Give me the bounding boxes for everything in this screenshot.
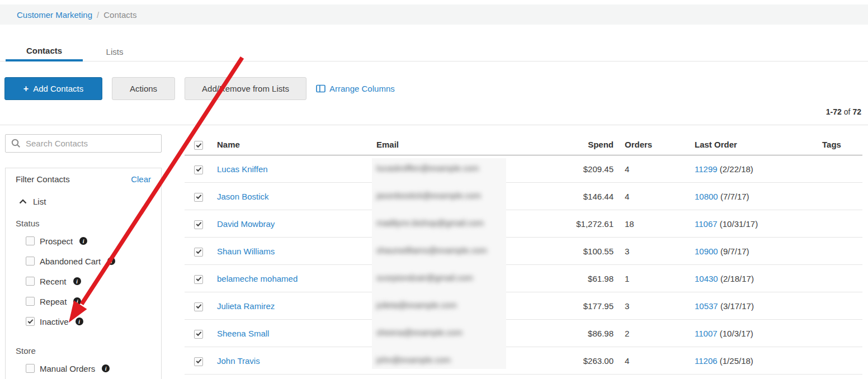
row-checkbox-cell xyxy=(185,355,211,366)
contact-name-link[interactable]: Julieta Ramirez xyxy=(217,301,275,311)
row-checkbox[interactable] xyxy=(194,193,203,202)
tab-lists[interactable]: Lists xyxy=(83,41,147,61)
search-icon xyxy=(11,139,21,148)
select-all-checkbox[interactable] xyxy=(194,141,203,150)
filter-label: Manual Orders xyxy=(40,364,95,373)
row-checkbox[interactable] xyxy=(194,275,203,284)
info-icon[interactable] xyxy=(73,297,81,305)
check-icon xyxy=(196,276,201,281)
row-checkbox[interactable] xyxy=(194,165,203,174)
table-row: David Mowbray $1,272.61 18 11067 (10/31/… xyxy=(185,210,862,238)
orders-cell: 4 xyxy=(614,192,683,201)
spend-cell: $1,272.61 xyxy=(506,219,614,229)
order-date: (9/7/17) xyxy=(720,247,749,256)
contact-name-link[interactable]: David Mowbray xyxy=(217,219,275,229)
spend-cell: $209.45 xyxy=(506,164,614,174)
contact-name-link[interactable]: Lucas Kniffen xyxy=(217,164,268,174)
arrange-columns-label: Arrange Columns xyxy=(329,84,395,93)
spend-cell: $177.95 xyxy=(506,301,614,311)
orders-cell: 3 xyxy=(614,247,683,256)
contact-name-cell: Julieta Ramirez xyxy=(211,301,372,311)
order-number-link[interactable]: 11067 xyxy=(695,219,718,229)
row-checkbox[interactable] xyxy=(194,220,203,229)
last-order-cell: 10800 (7/7/17) xyxy=(683,192,822,201)
list-section-toggle[interactable]: List xyxy=(19,197,46,206)
filter-checkbox[interactable] xyxy=(26,317,35,326)
order-number-link[interactable]: 11206 xyxy=(695,356,718,366)
row-checkbox[interactable] xyxy=(194,302,203,311)
actions-button[interactable]: Actions xyxy=(112,77,175,100)
column-header-orders: Orders xyxy=(614,140,683,149)
contact-name-link[interactable]: Shaun Williams xyxy=(217,247,275,256)
contact-name-link[interactable]: John Travis xyxy=(217,356,260,366)
row-checkbox[interactable] xyxy=(194,248,203,257)
filter-checkbox[interactable] xyxy=(26,297,35,306)
filter-contacts-panel: Filter Contacts Clear List Status Prospe… xyxy=(5,168,162,379)
order-number-link[interactable]: 11299 xyxy=(695,164,718,174)
order-number-link[interactable]: 10537 xyxy=(695,301,718,311)
column-header-email: Email xyxy=(372,140,506,149)
clear-filters-link[interactable]: Clear xyxy=(131,174,151,184)
info-icon[interactable] xyxy=(102,364,110,372)
contact-name-cell: David Mowbray xyxy=(211,219,372,229)
filter-row: Abandoned Cart xyxy=(26,251,155,271)
filter-label: Prospect xyxy=(40,236,73,246)
contacts-page: Customer Marketing / Contacts Contacts L… xyxy=(0,0,868,379)
tab-contacts[interactable]: Contacts xyxy=(6,41,83,61)
add-remove-from-lists-button[interactable]: Add/Remove from Lists xyxy=(185,77,306,100)
info-icon[interactable] xyxy=(76,318,83,325)
filter-checkbox[interactable] xyxy=(26,364,35,373)
search-contacts-box xyxy=(5,134,162,153)
select-all-cell xyxy=(185,139,211,150)
filter-label: Abandoned Cart xyxy=(40,257,101,266)
check-icon xyxy=(196,330,201,336)
contact-name-link[interactable]: belameche mohamed xyxy=(217,274,298,283)
spend-cell: $146.44 xyxy=(506,192,614,201)
info-icon[interactable] xyxy=(79,237,87,245)
last-order-cell: 11007 (10/3/17) xyxy=(683,329,822,338)
row-checkbox-cell xyxy=(185,328,211,339)
filter-panel-title: Filter Contacts xyxy=(16,174,70,184)
column-header-spend: Spend xyxy=(506,140,614,149)
row-checkbox[interactable] xyxy=(194,330,203,339)
contact-name-link[interactable]: Sheena Small xyxy=(217,329,269,338)
row-checkbox[interactable] xyxy=(194,357,203,366)
breadcrumb: Customer Marketing / Contacts xyxy=(0,4,868,25)
row-checkbox-cell xyxy=(185,163,211,174)
status-filter-list: Prospect Abandoned Cart Recent Repeat In… xyxy=(26,231,155,331)
last-order-cell: 10430 (2/18/17) xyxy=(683,274,822,283)
filter-checkbox[interactable] xyxy=(26,236,35,245)
contact-name-cell: belameche mohamed xyxy=(211,274,372,283)
filter-checkbox[interactable] xyxy=(26,277,35,286)
check-icon xyxy=(27,318,33,324)
column-header-last-order: Last Order xyxy=(683,140,822,149)
filter-checkbox[interactable] xyxy=(26,257,35,266)
order-date: (10/31/17) xyxy=(720,219,758,229)
spend-cell: $100.55 xyxy=(506,247,614,256)
table-row: Shaun Williams $100.55 3 10900 (9/7/17) xyxy=(185,238,862,265)
order-number-link[interactable]: 11007 xyxy=(695,329,718,338)
table-row: belameche mohamed $61.98 1 10430 (2/18/1… xyxy=(185,265,862,292)
blurred-email: julieta@example.com xyxy=(376,300,457,311)
contact-name-link[interactable]: Jason Bostick xyxy=(217,192,269,201)
orders-cell: 4 xyxy=(614,356,683,366)
add-contacts-button[interactable]: + Add Contacts xyxy=(4,77,102,100)
info-icon[interactable] xyxy=(107,257,115,265)
check-icon xyxy=(196,221,201,226)
info-icon[interactable] xyxy=(73,277,81,285)
orders-cell: 4 xyxy=(614,164,683,174)
contacts-table: Name Email Spend Orders Last Order Tags … xyxy=(185,134,862,375)
spend-cell: $86.98 xyxy=(506,329,614,338)
filter-row: Prospect xyxy=(26,231,155,251)
order-number-link[interactable]: 10430 xyxy=(695,274,718,283)
last-order-cell: 11299 (2/22/18) xyxy=(683,164,822,174)
table-row: Sheena Small $86.98 2 11007 (10/3/17) xyxy=(185,320,862,347)
order-number-link[interactable]: 10800 xyxy=(695,192,718,201)
order-date: (1/25/18) xyxy=(720,356,753,366)
arrange-columns-link[interactable]: Arrange Columns xyxy=(316,84,395,93)
breadcrumb-link-customer-marketing[interactable]: Customer Marketing xyxy=(17,10,92,20)
chevron-up-icon xyxy=(19,199,27,204)
order-number-link[interactable]: 10900 xyxy=(695,247,718,256)
search-contacts-input[interactable] xyxy=(26,139,157,148)
blurred-email: shaunwilliams@example.com xyxy=(376,245,487,257)
